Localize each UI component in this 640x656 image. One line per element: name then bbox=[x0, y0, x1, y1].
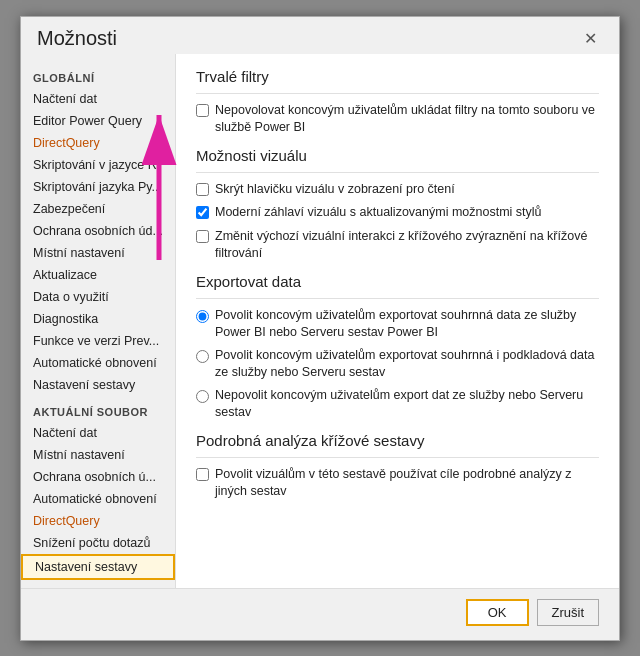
radio-label-2-1: Povolit koncovým uživatelům exportovat s… bbox=[215, 347, 599, 382]
main-content: Trvalé filtryNepovolovat koncovým uživat… bbox=[176, 54, 619, 588]
radio-2-2[interactable] bbox=[196, 390, 209, 403]
sidebar-global-item-5[interactable]: Zabezpečení bbox=[21, 198, 175, 220]
ok-button[interactable]: OK bbox=[466, 599, 529, 626]
checkbox-1-2[interactable] bbox=[196, 230, 209, 243]
sidebar-current-item-6[interactable]: Nastavení sestavy bbox=[21, 554, 175, 580]
radio-label-2-0: Povolit koncovým uživatelům exportovat s… bbox=[215, 307, 599, 342]
sidebar-global-item-7[interactable]: Místní nastavení bbox=[21, 242, 175, 264]
sidebar-global-item-12[interactable]: Automatické obnovení bbox=[21, 352, 175, 374]
sidebar-global-item-3[interactable]: Skriptování v jazyce R bbox=[21, 154, 175, 176]
sidebar-global-item-4[interactable]: Skriptování jazyka Py... bbox=[21, 176, 175, 198]
sidebar-global-item-9[interactable]: Data o využití bbox=[21, 286, 175, 308]
sidebar-global-item-11[interactable]: Funkce ve verzi Prev... bbox=[21, 330, 175, 352]
checkbox-label-1-1: Moderní záhlaví vizuálu s aktualizovaným… bbox=[215, 204, 542, 222]
checkbox-row-1-0: Skrýt hlavičku vizuálu v zobrazení pro č… bbox=[196, 181, 599, 199]
sidebar-global-item-1[interactable]: Editor Power Query bbox=[21, 110, 175, 132]
sidebar-current-item-4[interactable]: DirectQuery bbox=[21, 510, 175, 532]
sidebar-current-item-5[interactable]: Snížení počtu dotazů bbox=[21, 532, 175, 554]
section-title-0: Trvalé filtry bbox=[196, 68, 599, 85]
close-button[interactable]: ✕ bbox=[578, 27, 603, 50]
checkbox-label-3-0: Povolit vizuálům v této sestavě používat… bbox=[215, 466, 599, 501]
checkbox-row-0-0: Nepovolovat koncovým uživatelům ukládat … bbox=[196, 102, 599, 137]
section-title-1: Možnosti vizuálu bbox=[196, 147, 599, 164]
checkbox-row-1-1: Moderní záhlaví vizuálu s aktualizovaným… bbox=[196, 204, 599, 222]
radio-label-2-2: Nepovolit koncovým uživatelům export dat… bbox=[215, 387, 599, 422]
sidebar-global-item-0[interactable]: Načtení dat bbox=[21, 88, 175, 110]
radio-row-2-2: Nepovolit koncovým uživatelům export dat… bbox=[196, 387, 599, 422]
checkbox-label-1-0: Skrýt hlavičku vizuálu v zobrazení pro č… bbox=[215, 181, 455, 199]
checkbox-1-0[interactable] bbox=[196, 183, 209, 196]
radio-row-2-1: Povolit koncovým uživatelům exportovat s… bbox=[196, 347, 599, 382]
sidebar-current-label: AKTUÁLNÍ SOUBOR bbox=[21, 396, 175, 422]
radio-2-1[interactable] bbox=[196, 350, 209, 363]
sidebar: GLOBÁLNÍ Načtení datEditor Power QueryDi… bbox=[21, 54, 176, 588]
dialog-title: Možnosti bbox=[37, 27, 117, 50]
checkbox-row-1-2: Změnit výchozí vizuální interakci z kříž… bbox=[196, 228, 599, 263]
sidebar-global-item-6[interactable]: Ochrana osobních úd... bbox=[21, 220, 175, 242]
sidebar-global-label: GLOBÁLNÍ bbox=[21, 62, 175, 88]
checkbox-label-0-0: Nepovolovat koncovým uživatelům ukládat … bbox=[215, 102, 599, 137]
sidebar-global-item-8[interactable]: Aktualizace bbox=[21, 264, 175, 286]
radio-row-2-0: Povolit koncovým uživatelům exportovat s… bbox=[196, 307, 599, 342]
options-dialog: Možnosti ✕ GLOBÁLNÍ Načtení datEditor Po… bbox=[20, 16, 620, 641]
cancel-button[interactable]: Zrušit bbox=[537, 599, 600, 626]
checkbox-1-1[interactable] bbox=[196, 206, 209, 219]
sidebar-global-item-2[interactable]: DirectQuery bbox=[21, 132, 175, 154]
sidebar-current-item-0[interactable]: Načtení dat bbox=[21, 422, 175, 444]
checkbox-row-3-0: Povolit vizuálům v této sestavě používat… bbox=[196, 466, 599, 501]
dialog-titlebar: Možnosti ✕ bbox=[21, 17, 619, 54]
sidebar-global-item-13[interactable]: Nastavení sestavy bbox=[21, 374, 175, 396]
sidebar-current-item-2[interactable]: Ochrana osobních ú... bbox=[21, 466, 175, 488]
sidebar-current-item-1[interactable]: Místní nastavení bbox=[21, 444, 175, 466]
checkbox-label-1-2: Změnit výchozí vizuální interakci z kříž… bbox=[215, 228, 599, 263]
dialog-body: GLOBÁLNÍ Načtení datEditor Power QueryDi… bbox=[21, 54, 619, 588]
radio-2-0[interactable] bbox=[196, 310, 209, 323]
section-title-2: Exportovat data bbox=[196, 273, 599, 290]
sidebar-global-item-10[interactable]: Diagnostika bbox=[21, 308, 175, 330]
sidebar-current-item-3[interactable]: Automatické obnovení bbox=[21, 488, 175, 510]
checkbox-3-0[interactable] bbox=[196, 468, 209, 481]
section-title-3: Podrobná analýza křížové sestavy bbox=[196, 432, 599, 449]
dialog-footer: OK Zrušit bbox=[21, 588, 619, 640]
checkbox-0-0[interactable] bbox=[196, 104, 209, 117]
